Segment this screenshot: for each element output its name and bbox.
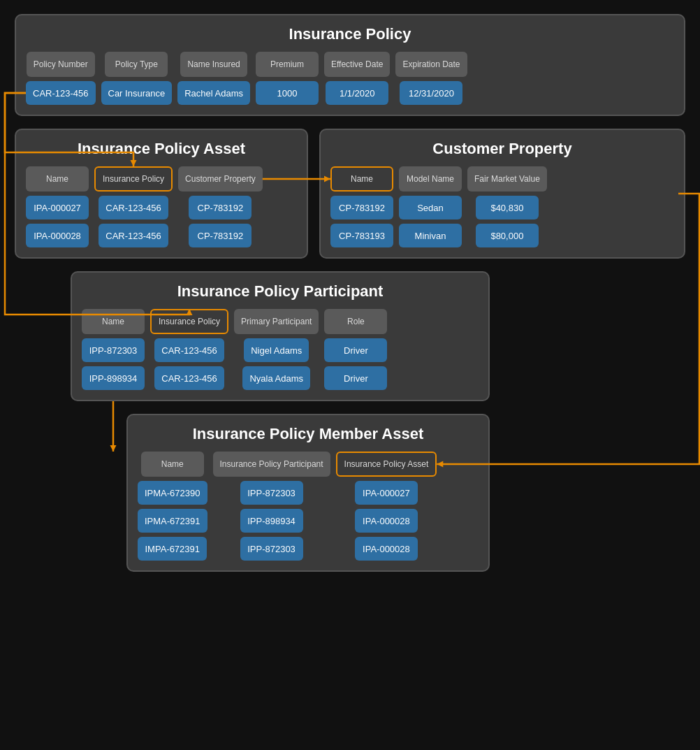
column-header: Insurance Policy Asset [336,452,437,477]
table-cell: CP-783193 [330,224,393,247]
table-cell: CP-783192 [189,224,251,247]
table-cell: IPA-000027 [26,196,89,219]
insurance-policy-asset-card: Insurance Policy Asset NameIPA-000027IPA… [15,129,308,259]
table-column: Insurance PolicyCAR-123-456CAR-123-456 [150,309,228,390]
table-cell: Rachel Adams [177,81,250,105]
ipma-card: Insurance Policy Member Asset NameIPMA-6… [126,414,490,572]
ipp-title: Insurance Policy Participant [82,282,479,301]
table-cell: IPA-000027 [355,481,418,505]
column-header: Name [82,309,145,334]
table-cell: CAR-123-456 [154,366,224,390]
customer-property-card: Customer Property NameCP-783192CP-783193… [319,129,685,259]
table-cell: IPA-000028 [26,224,89,247]
table-cell: 12/31/2020 [400,81,462,105]
table-cell: IPA-000028 [355,509,418,533]
table-cell: IMPA-672391 [138,537,207,561]
column-header: Insurance Policy [94,166,173,192]
table-column: NameIPMA-672390IPMA-672391IMPA-672391 [138,452,207,561]
table-column: Primary ParticipantNigel AdamsNyala Adam… [234,309,319,390]
table-cell: CAR-123-456 [154,338,224,362]
table-column: NameIPP-872303IPP-898934 [82,309,145,390]
cp-title: Customer Property [330,140,674,158]
table-cell: Driver [324,338,387,362]
column-header: Effective Date [324,52,390,77]
ipa-table: NameIPA-000027IPA-000028Insurance Policy… [26,166,297,247]
table-cell: Minivan [399,224,462,247]
table-column: Customer PropertyCP-783192CP-783192 [178,166,263,247]
column-header: Policy Type [105,52,168,77]
table-column: RoleDriverDriver [324,309,387,390]
column-header: Name [141,452,204,477]
table-cell: IPA-000028 [355,537,418,561]
table-column: Fair Market Value$40,830$80,000 [467,166,547,247]
table-cell: IPP-898934 [82,366,145,390]
column-header: Role [324,309,387,334]
table-cell: CP-783192 [330,196,393,219]
table-column: Model NameSedanMinivan [399,166,462,247]
column-header: Premium [256,52,319,77]
table-cell: $80,000 [476,224,539,247]
table-cell: CAR-123-456 [26,81,96,105]
column-header: Name [26,166,89,192]
table-cell: CAR-123-456 [99,224,168,247]
table-column: Insurance Policy AssetIPA-000027IPA-0000… [336,452,437,561]
insurance-policy-table: Policy NumberCAR-123-456Policy TypeCar I… [26,52,674,105]
column-header: Insurance Policy Participant [213,452,330,477]
ipma-title: Insurance Policy Member Asset [138,425,479,443]
table-cell: IPP-898934 [240,509,303,533]
table-column: Insurance PolicyCAR-123-456CAR-123-456 [94,166,173,247]
table-cell: 1000 [256,81,319,105]
svg-marker-4 [110,445,117,452]
table-column: Premium1000 [256,52,319,105]
table-column: Insurance Policy ParticipantIPP-872303IP… [213,452,330,561]
ipp-table: NameIPP-872303IPP-898934Insurance Policy… [82,309,479,390]
table-column: Name InsuredRachel Adams [177,52,250,105]
table-column: NameIPA-000027IPA-000028 [26,166,89,247]
table-column: Expiration Date12/31/2020 [395,52,467,105]
table-column: Effective Date1/1/2020 [324,52,390,105]
table-cell: Sedan [399,196,462,219]
table-cell: IPP-872303 [82,338,145,362]
column-header: Name Insured [180,52,247,77]
insurance-policy-title: Insurance Policy [26,25,674,43]
table-cell: Nyala Adams [242,366,310,390]
column-header: Primary Participant [234,309,319,334]
table-cell: IPP-872303 [240,481,303,505]
table-column: NameCP-783192CP-783193 [330,166,393,247]
table-cell: IPMA-672391 [138,509,207,533]
table-cell: Driver [324,366,387,390]
column-header: Customer Property [178,166,263,192]
column-header: Expiration Date [395,52,467,77]
column-header: Name [330,166,393,192]
table-cell: CP-783192 [189,196,251,219]
column-header: Insurance Policy [150,309,228,334]
insurance-policy-participant-card: Insurance Policy Participant NameIPP-872… [71,271,490,401]
table-cell: IPP-872303 [240,537,303,561]
insurance-policy-card: Insurance Policy Policy NumberCAR-123-45… [15,14,685,116]
ipma-table: NameIPMA-672390IPMA-672391IMPA-672391Ins… [138,452,479,561]
table-column: Policy NumberCAR-123-456 [26,52,96,105]
column-header: Model Name [399,166,462,192]
table-cell: Car Insurance [101,81,173,105]
table-cell: Nigel Adams [244,338,309,362]
table-cell: IPMA-672390 [138,481,207,505]
cp-table: NameCP-783192CP-783193Model NameSedanMin… [330,166,674,247]
table-cell: $40,830 [476,196,539,219]
ipa-title: Insurance Policy Asset [26,140,297,158]
column-header: Policy Number [27,52,95,77]
column-header: Fair Market Value [467,166,547,192]
table-cell: 1/1/2020 [326,81,388,105]
table-cell: CAR-123-456 [99,196,168,219]
table-column: Policy TypeCar Insurance [101,52,173,105]
